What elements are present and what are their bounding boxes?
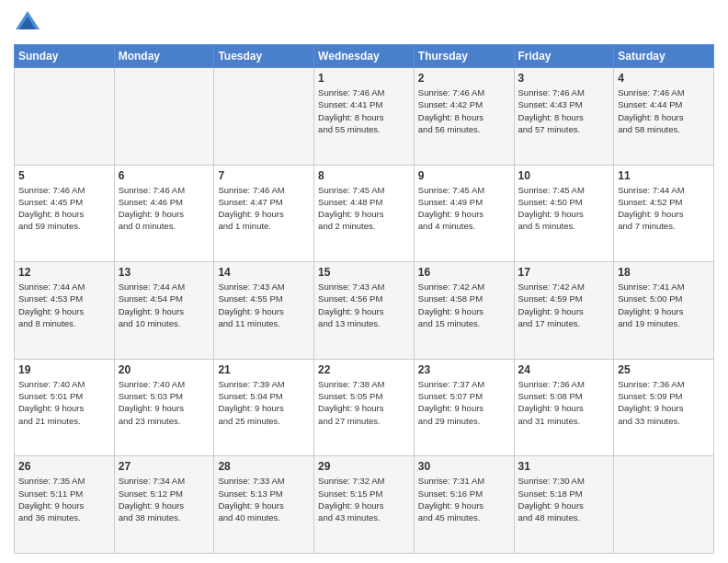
calendar-cell: 1Sunrise: 7:46 AM Sunset: 4:41 PM Daylig… bbox=[314, 68, 415, 166]
calendar-week-3: 19Sunrise: 7:40 AM Sunset: 5:01 PM Dayli… bbox=[15, 359, 714, 456]
day-info: Sunrise: 7:38 AM Sunset: 5:05 PM Dayligh… bbox=[318, 378, 410, 427]
day-number: 15 bbox=[318, 266, 410, 279]
calendar-cell: 23Sunrise: 7:37 AM Sunset: 5:07 PM Dayli… bbox=[414, 359, 514, 456]
day-info: Sunrise: 7:46 AM Sunset: 4:46 PM Dayligh… bbox=[119, 184, 210, 233]
day-info: Sunrise: 7:42 AM Sunset: 4:58 PM Dayligh… bbox=[418, 281, 510, 329]
calendar-cell: 15Sunrise: 7:43 AM Sunset: 4:56 PM Dayli… bbox=[314, 262, 415, 360]
day-info: Sunrise: 7:46 AM Sunset: 4:45 PM Dayligh… bbox=[18, 184, 110, 233]
day-number: 31 bbox=[518, 460, 610, 473]
weekday-wednesday: Wednesday bbox=[314, 45, 415, 68]
calendar-cell: 27Sunrise: 7:34 AM Sunset: 5:12 PM Dayli… bbox=[114, 456, 214, 554]
calendar-cell: 24Sunrise: 7:36 AM Sunset: 5:08 PM Dayli… bbox=[514, 359, 614, 456]
day-number: 7 bbox=[218, 169, 310, 182]
day-info: Sunrise: 7:39 AM Sunset: 5:04 PM Dayligh… bbox=[218, 378, 310, 427]
day-info: Sunrise: 7:36 AM Sunset: 5:08 PM Dayligh… bbox=[518, 378, 610, 427]
day-number: 13 bbox=[119, 266, 210, 279]
day-number: 25 bbox=[618, 363, 710, 376]
logo-icon bbox=[14, 9, 41, 37]
calendar-cell: 12Sunrise: 7:44 AM Sunset: 4:53 PM Dayli… bbox=[15, 262, 115, 360]
weekday-tuesday: Tuesday bbox=[214, 45, 314, 68]
day-info: Sunrise: 7:36 AM Sunset: 5:09 PM Dayligh… bbox=[618, 378, 710, 427]
calendar-cell: 9Sunrise: 7:45 AM Sunset: 4:49 PM Daylig… bbox=[414, 165, 514, 262]
day-number: 6 bbox=[119, 169, 210, 182]
calendar-cell: 18Sunrise: 7:41 AM Sunset: 5:00 PM Dayli… bbox=[614, 262, 714, 360]
calendar-cell: 6Sunrise: 7:46 AM Sunset: 4:46 PM Daylig… bbox=[114, 165, 214, 262]
calendar-cell: 10Sunrise: 7:45 AM Sunset: 4:50 PM Dayli… bbox=[514, 165, 614, 262]
calendar-cell: 20Sunrise: 7:40 AM Sunset: 5:03 PM Dayli… bbox=[114, 359, 214, 456]
calendar-cell: 3Sunrise: 7:46 AM Sunset: 4:43 PM Daylig… bbox=[514, 68, 614, 166]
calendar-cell: 8Sunrise: 7:45 AM Sunset: 4:48 PM Daylig… bbox=[314, 165, 415, 262]
day-info: Sunrise: 7:46 AM Sunset: 4:42 PM Dayligh… bbox=[418, 86, 510, 135]
day-info: Sunrise: 7:45 AM Sunset: 4:48 PM Dayligh… bbox=[318, 184, 410, 233]
calendar-cell: 30Sunrise: 7:31 AM Sunset: 5:16 PM Dayli… bbox=[414, 456, 514, 554]
day-info: Sunrise: 7:35 AM Sunset: 5:11 PM Dayligh… bbox=[18, 475, 110, 523]
calendar-week-2: 12Sunrise: 7:44 AM Sunset: 4:53 PM Dayli… bbox=[15, 262, 714, 360]
logo bbox=[14, 9, 45, 37]
day-number: 8 bbox=[318, 169, 410, 182]
day-number: 3 bbox=[518, 72, 610, 85]
calendar-week-1: 5Sunrise: 7:46 AM Sunset: 4:45 PM Daylig… bbox=[15, 165, 714, 262]
calendar-cell: 11Sunrise: 7:44 AM Sunset: 4:52 PM Dayli… bbox=[614, 165, 714, 262]
calendar-cell bbox=[114, 68, 214, 166]
calendar-cell: 2Sunrise: 7:46 AM Sunset: 4:42 PM Daylig… bbox=[414, 68, 514, 166]
day-info: Sunrise: 7:33 AM Sunset: 5:13 PM Dayligh… bbox=[218, 475, 310, 523]
calendar-cell: 4Sunrise: 7:46 AM Sunset: 4:44 PM Daylig… bbox=[614, 68, 714, 166]
page: SundayMondayTuesdayWednesdayThursdayFrid… bbox=[0, 0, 728, 563]
day-info: Sunrise: 7:32 AM Sunset: 5:15 PM Dayligh… bbox=[318, 475, 410, 523]
day-number: 1 bbox=[318, 72, 410, 85]
day-number: 14 bbox=[218, 266, 310, 279]
day-number: 24 bbox=[518, 363, 610, 376]
day-info: Sunrise: 7:31 AM Sunset: 5:16 PM Dayligh… bbox=[418, 475, 510, 523]
calendar-cell: 17Sunrise: 7:42 AM Sunset: 4:59 PM Dayli… bbox=[514, 262, 614, 360]
header bbox=[14, 9, 714, 37]
day-number: 16 bbox=[418, 266, 510, 279]
calendar-cell: 25Sunrise: 7:36 AM Sunset: 5:09 PM Dayli… bbox=[614, 359, 714, 456]
day-number: 21 bbox=[218, 363, 310, 376]
day-number: 18 bbox=[618, 266, 710, 279]
day-number: 5 bbox=[18, 169, 110, 182]
day-info: Sunrise: 7:37 AM Sunset: 5:07 PM Dayligh… bbox=[418, 378, 510, 427]
day-info: Sunrise: 7:46 AM Sunset: 4:44 PM Dayligh… bbox=[618, 86, 710, 135]
day-number: 19 bbox=[18, 363, 110, 376]
weekday-sunday: Sunday bbox=[15, 45, 115, 68]
calendar-cell: 16Sunrise: 7:42 AM Sunset: 4:58 PM Dayli… bbox=[414, 262, 514, 360]
day-number: 12 bbox=[18, 266, 110, 279]
day-number: 9 bbox=[418, 169, 510, 182]
day-number: 30 bbox=[418, 460, 510, 473]
weekday-thursday: Thursday bbox=[414, 45, 514, 68]
day-number: 23 bbox=[418, 363, 510, 376]
calendar-cell: 29Sunrise: 7:32 AM Sunset: 5:15 PM Dayli… bbox=[314, 456, 415, 554]
day-info: Sunrise: 7:46 AM Sunset: 4:41 PM Dayligh… bbox=[318, 86, 410, 135]
day-info: Sunrise: 7:43 AM Sunset: 4:56 PM Dayligh… bbox=[318, 281, 410, 329]
weekday-monday: Monday bbox=[114, 45, 214, 68]
day-number: 4 bbox=[618, 72, 710, 85]
day-info: Sunrise: 7:40 AM Sunset: 5:01 PM Dayligh… bbox=[18, 378, 110, 427]
weekday-friday: Friday bbox=[514, 45, 614, 68]
calendar-cell: 14Sunrise: 7:43 AM Sunset: 4:55 PM Dayli… bbox=[214, 262, 314, 360]
day-number: 22 bbox=[318, 363, 410, 376]
day-info: Sunrise: 7:34 AM Sunset: 5:12 PM Dayligh… bbox=[119, 475, 210, 523]
day-number: 29 bbox=[318, 460, 410, 473]
day-number: 17 bbox=[518, 266, 610, 279]
calendar-week-0: 1Sunrise: 7:46 AM Sunset: 4:41 PM Daylig… bbox=[15, 68, 714, 166]
day-number: 26 bbox=[18, 460, 110, 473]
day-number: 2 bbox=[418, 72, 510, 85]
day-info: Sunrise: 7:44 AM Sunset: 4:53 PM Dayligh… bbox=[18, 281, 110, 329]
calendar-week-4: 26Sunrise: 7:35 AM Sunset: 5:11 PM Dayli… bbox=[15, 456, 714, 554]
day-info: Sunrise: 7:46 AM Sunset: 4:43 PM Dayligh… bbox=[518, 86, 610, 135]
calendar-cell: 28Sunrise: 7:33 AM Sunset: 5:13 PM Dayli… bbox=[214, 456, 314, 554]
calendar-cell: 19Sunrise: 7:40 AM Sunset: 5:01 PM Dayli… bbox=[15, 359, 115, 456]
day-info: Sunrise: 7:44 AM Sunset: 4:54 PM Dayligh… bbox=[119, 281, 210, 329]
day-number: 20 bbox=[119, 363, 210, 376]
day-info: Sunrise: 7:45 AM Sunset: 4:49 PM Dayligh… bbox=[418, 184, 510, 233]
calendar-cell bbox=[15, 68, 115, 166]
calendar-cell bbox=[614, 456, 714, 554]
day-info: Sunrise: 7:43 AM Sunset: 4:55 PM Dayligh… bbox=[218, 281, 310, 329]
calendar-cell: 13Sunrise: 7:44 AM Sunset: 4:54 PM Dayli… bbox=[114, 262, 214, 360]
day-info: Sunrise: 7:44 AM Sunset: 4:52 PM Dayligh… bbox=[618, 184, 710, 233]
day-info: Sunrise: 7:45 AM Sunset: 4:50 PM Dayligh… bbox=[518, 184, 610, 233]
day-info: Sunrise: 7:40 AM Sunset: 5:03 PM Dayligh… bbox=[119, 378, 210, 427]
weekday-header-row: SundayMondayTuesdayWednesdayThursdayFrid… bbox=[15, 45, 714, 68]
calendar-cell: 5Sunrise: 7:46 AM Sunset: 4:45 PM Daylig… bbox=[15, 165, 115, 262]
calendar-cell: 7Sunrise: 7:46 AM Sunset: 4:47 PM Daylig… bbox=[214, 165, 314, 262]
